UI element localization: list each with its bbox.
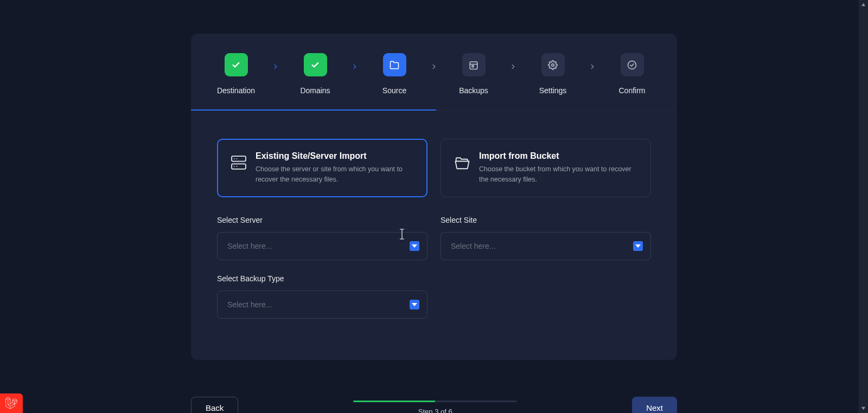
svg-point-3: [552, 63, 554, 66]
step-source[interactable]: Source: [367, 53, 422, 95]
stepper: Destination Domains Source: [191, 34, 677, 111]
field-label: Select Backup Type: [217, 274, 427, 283]
open-folder-icon: [454, 154, 470, 171]
svg-marker-15: [861, 407, 865, 410]
select-placeholder: Select here...: [227, 300, 272, 309]
step-settings[interactable]: Settings: [526, 53, 580, 95]
chevron-right-icon: [263, 63, 288, 70]
step-destination[interactable]: Destination: [209, 53, 263, 95]
vertical-scrollbar[interactable]: [859, 0, 868, 413]
option-desc: Choose the bucket from which you want to…: [479, 164, 637, 185]
check-icon: [225, 53, 248, 76]
wizard-card: Destination Domains Source: [191, 34, 677, 360]
calendar-icon: [462, 53, 486, 76]
step-confirm[interactable]: Confirm: [605, 53, 659, 95]
caret-down-icon: [410, 241, 419, 251]
field-select-server: Select Server Select here...: [217, 216, 427, 260]
option-desc: Choose the server or site from which you…: [256, 164, 414, 185]
scroll-up-icon[interactable]: [859, 0, 868, 9]
back-button[interactable]: Back: [191, 397, 238, 414]
option-existing-import[interactable]: Existing Site/Server Import Choose the s…: [217, 139, 427, 197]
chevron-right-icon: [342, 63, 367, 70]
step-label: Backups: [459, 86, 488, 95]
chevron-right-icon: [580, 63, 605, 70]
svg-marker-14: [861, 3, 865, 6]
caret-down-icon: [633, 241, 643, 251]
step-domains[interactable]: Domains: [288, 53, 342, 95]
select-site[interactable]: Select here...: [441, 232, 651, 260]
chevron-right-icon: [422, 63, 446, 70]
next-button[interactable]: Next: [632, 397, 677, 414]
select-server[interactable]: Select here...: [217, 232, 427, 260]
wizard-footer: Back Step 3 of 6 Next: [191, 397, 677, 414]
select-placeholder: Select here...: [451, 242, 496, 250]
step-indicator-text: Step 3 of 6: [418, 408, 452, 414]
step-label: Confirm: [618, 86, 645, 95]
option-title: Import from Bucket: [479, 151, 637, 161]
svg-marker-12: [635, 244, 641, 248]
gear-icon: [541, 53, 565, 76]
folder-icon: [383, 53, 406, 76]
step-label: Settings: [539, 86, 567, 95]
step-backups[interactable]: Backups: [446, 53, 501, 95]
footer-progress: Step 3 of 6: [353, 401, 517, 414]
step-label: Domains: [300, 86, 330, 95]
step-label: Source: [382, 86, 406, 95]
scroll-down-icon[interactable]: [859, 404, 868, 413]
server-icon: [231, 154, 247, 171]
svg-point-4: [628, 61, 636, 69]
check-icon: [304, 53, 327, 76]
field-label: Select Server: [217, 216, 427, 224]
caret-down-icon: [410, 300, 419, 309]
svg-marker-11: [412, 244, 417, 248]
option-import-bucket[interactable]: Import from Bucket Choose the bucket fro…: [441, 139, 651, 197]
field-label: Select Site: [441, 216, 651, 224]
field-select-backup-type: Select Backup Type Select here...: [217, 274, 427, 319]
field-select-site: Select Site Select here...: [441, 216, 651, 260]
step-label: Destination: [217, 86, 255, 95]
svg-rect-2: [472, 65, 474, 67]
option-title: Existing Site/Server Import: [256, 151, 414, 161]
check-circle-icon: [621, 53, 644, 76]
svg-marker-13: [412, 303, 417, 306]
select-placeholder: Select here...: [227, 242, 272, 250]
stepper-progress-line: [191, 109, 436, 111]
laravel-badge-icon[interactable]: [0, 393, 23, 413]
chevron-right-icon: [501, 63, 526, 70]
select-backup-type[interactable]: Select here...: [217, 291, 427, 319]
wizard-content: Existing Site/Server Import Choose the s…: [191, 111, 677, 319]
progress-bar: [353, 401, 517, 402]
